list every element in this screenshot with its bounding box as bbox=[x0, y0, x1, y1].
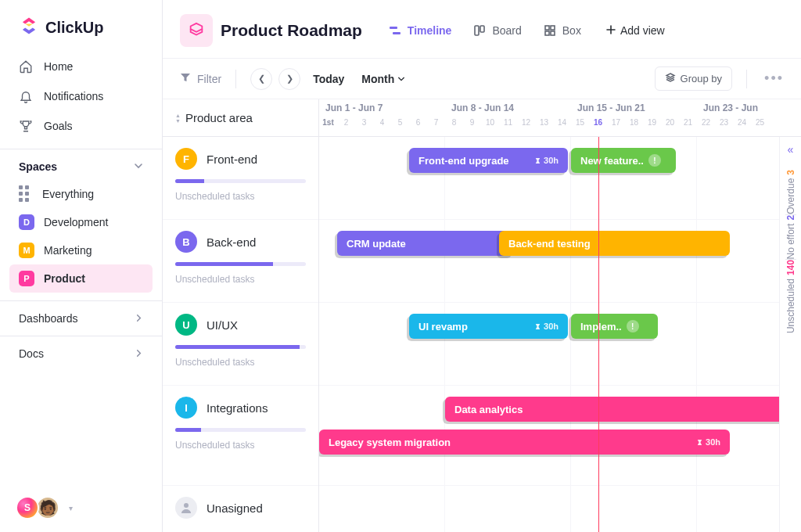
task-bar[interactable]: Front-end upgrade 30h bbox=[409, 148, 568, 173]
today-button[interactable]: Today bbox=[313, 73, 344, 85]
task-bar[interactable]: Implem.. ! bbox=[571, 314, 658, 339]
day-tick[interactable]: 7 bbox=[427, 118, 445, 137]
task-bar[interactable]: CRM update bbox=[337, 231, 514, 256]
svg-rect-6 bbox=[545, 31, 549, 35]
day-tick[interactable]: 9 bbox=[463, 118, 481, 137]
area-row[interactable]: I Integrations bbox=[175, 397, 306, 419]
date-range: Jun 1 - Jun 7 bbox=[319, 99, 445, 118]
area-row[interactable]: U UI/UX bbox=[175, 314, 306, 336]
filter-icon bbox=[180, 72, 191, 85]
day-tick[interactable]: 6 bbox=[409, 118, 427, 137]
day-tick[interactable]: 23 bbox=[715, 118, 733, 137]
warning-icon: ! bbox=[627, 320, 639, 332]
more-button[interactable]: ••• bbox=[764, 70, 784, 87]
day-tick[interactable]: 15 bbox=[571, 118, 589, 137]
space-product[interactable]: P Product bbox=[9, 264, 153, 293]
date-range: Jun 8 - Jun 14 bbox=[445, 99, 571, 118]
page-title: Product Roadmap bbox=[221, 21, 362, 40]
unscheduled-link[interactable]: Unscheduled tasks bbox=[175, 357, 306, 368]
rail-noeffort[interactable]: No effort 2 bbox=[785, 215, 796, 260]
day-tick[interactable]: 13 bbox=[535, 118, 553, 137]
day-tick[interactable]: 17 bbox=[607, 118, 625, 137]
day-tick[interactable]: 11 bbox=[499, 118, 517, 137]
area-badge: F bbox=[175, 148, 197, 170]
task-bar[interactable]: Back-end testing bbox=[499, 231, 730, 256]
warning-icon: ! bbox=[648, 154, 661, 167]
area-row[interactable]: F Front-end bbox=[175, 148, 306, 170]
task-bar[interactable]: Legacy system migration 30h bbox=[319, 430, 730, 455]
progress-bar bbox=[175, 345, 306, 349]
prev-button[interactable]: ❮ bbox=[250, 68, 272, 90]
day-tick[interactable]: 21 bbox=[679, 118, 697, 137]
next-button[interactable]: ❯ bbox=[278, 68, 300, 90]
day-tick[interactable]: 8 bbox=[445, 118, 463, 137]
view-tab-timeline[interactable]: Timeline bbox=[378, 18, 463, 43]
bell-icon bbox=[19, 89, 33, 103]
svg-rect-0 bbox=[390, 27, 397, 29]
chevron-down-icon: ▾ bbox=[69, 504, 73, 512]
area-badge: I bbox=[175, 397, 197, 419]
rail-overdue[interactable]: Overdue 3 bbox=[785, 170, 796, 214]
day-tick[interactable]: 12 bbox=[517, 118, 535, 137]
home-icon bbox=[19, 59, 33, 74]
section-docs[interactable]: Docs bbox=[0, 336, 162, 371]
spaces-heading[interactable]: Spaces bbox=[0, 149, 162, 179]
task-bar[interactable]: UI revamp 30h bbox=[409, 314, 568, 339]
main: Product Roadmap Timeline Board Box Add v… bbox=[163, 0, 801, 532]
filter-button[interactable]: Filter bbox=[180, 72, 221, 85]
user-menu[interactable]: S 🧑🏾 ▾ bbox=[0, 483, 162, 532]
space-badge: P bbox=[19, 271, 34, 286]
sidebar: ClickUp Home Notifications Goals Spaces … bbox=[0, 0, 163, 532]
day-tick[interactable]: 18 bbox=[625, 118, 643, 137]
day-tick[interactable]: 14 bbox=[553, 118, 571, 137]
collapse-rail-button[interactable]: « bbox=[788, 143, 794, 156]
area-badge: U bbox=[175, 314, 197, 336]
day-tick[interactable]: 5 bbox=[391, 118, 409, 137]
group-column-header[interactable]: ▲▼ Product area bbox=[163, 99, 318, 137]
area-row[interactable]: B Back-end bbox=[175, 231, 306, 253]
task-bar[interactable]: New feature.. ! bbox=[571, 148, 676, 173]
day-tick[interactable]: 2 bbox=[337, 118, 355, 137]
day-tick[interactable]: 20 bbox=[661, 118, 679, 137]
chevron-down-icon bbox=[134, 160, 143, 173]
nav-trophy[interactable]: Goals bbox=[9, 111, 153, 141]
day-tick[interactable]: 3 bbox=[355, 118, 373, 137]
nav-home[interactable]: Home bbox=[9, 52, 153, 81]
svg-rect-4 bbox=[545, 26, 549, 30]
day-tick[interactable]: 24 bbox=[733, 118, 751, 137]
day-tick[interactable]: 4 bbox=[373, 118, 391, 137]
hours-badge: 30h bbox=[534, 322, 559, 331]
date-range: Jun 15 - Jun 21 bbox=[571, 99, 697, 118]
app-logo[interactable]: ClickUp bbox=[0, 0, 162, 52]
chevron-right-icon bbox=[135, 312, 143, 325]
rail-unsch[interactable]: Unscheduled 140 bbox=[785, 260, 796, 333]
group-by-button[interactable]: Group by bbox=[655, 66, 732, 91]
unscheduled-link[interactable]: Unscheduled tasks bbox=[175, 191, 306, 202]
area-badge: B bbox=[175, 231, 197, 253]
space-everything[interactable]: Everything bbox=[9, 179, 153, 208]
section-dashboards[interactable]: Dashboards bbox=[0, 300, 162, 336]
unscheduled-link[interactable]: Unscheduled tasks bbox=[175, 274, 306, 285]
svg-rect-5 bbox=[551, 26, 555, 30]
unscheduled-link[interactable]: Unscheduled tasks bbox=[175, 440, 306, 451]
day-tick[interactable]: 25 bbox=[751, 118, 769, 137]
day-tick[interactable]: 16 bbox=[589, 118, 607, 137]
day-tick[interactable]: 1st bbox=[319, 118, 337, 137]
period-select[interactable]: Month bbox=[361, 73, 405, 85]
sort-icon: ▲▼ bbox=[175, 113, 181, 124]
avatar: 🧑🏾 bbox=[36, 496, 59, 519]
view-tab-box[interactable]: Box bbox=[533, 18, 592, 43]
chevron-down-icon bbox=[397, 75, 405, 83]
add-view-button[interactable]: Add view bbox=[606, 24, 665, 37]
space-development[interactable]: D Development bbox=[9, 208, 153, 236]
day-tick[interactable]: 10 bbox=[481, 118, 499, 137]
view-tab-board[interactable]: Board bbox=[462, 18, 532, 43]
space-marketing[interactable]: M Marketing bbox=[9, 236, 153, 264]
space-badge: D bbox=[19, 214, 34, 230]
day-tick[interactable]: 22 bbox=[697, 118, 715, 137]
page-icon[interactable] bbox=[180, 14, 213, 47]
nav-bell[interactable]: Notifications bbox=[9, 81, 153, 111]
task-bar[interactable]: Data analytics bbox=[445, 397, 801, 422]
logo-icon bbox=[19, 16, 39, 39]
day-tick[interactable]: 19 bbox=[643, 118, 661, 137]
